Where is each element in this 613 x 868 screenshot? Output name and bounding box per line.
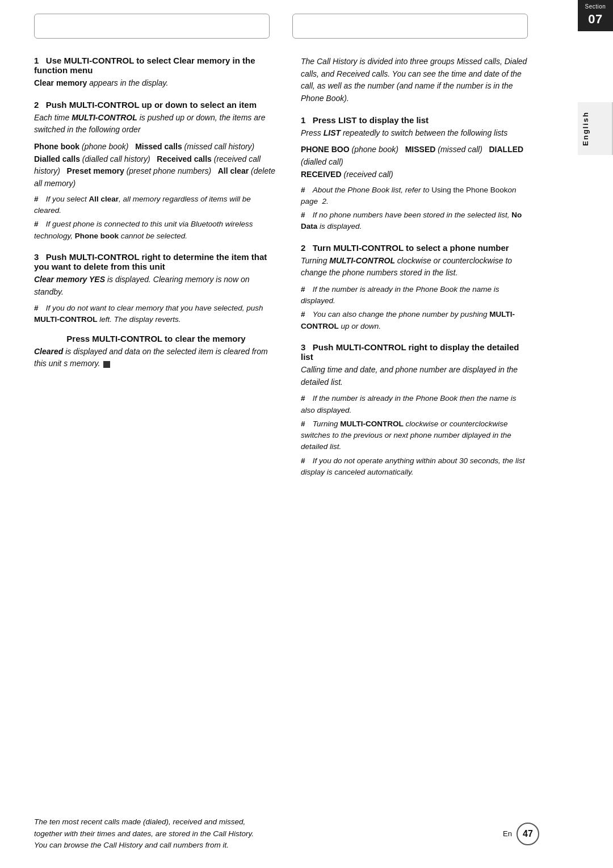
step2-intro: Each time MULTI-CONTROL is pushed up or … (34, 112, 278, 136)
right-step1-note1: # About the Phone Book list, refer to Us… (301, 184, 528, 208)
section-label: Section (578, 3, 613, 10)
right-step3-body: Calling time and date, and phone number … (301, 364, 528, 388)
right-step3-note2: # Turning MULTI-CONTROL clockwise or cou… (301, 418, 528, 453)
right-intro: The Call History is divided into three g… (301, 56, 528, 105)
step1-body: Clear memory appears in the display. (34, 77, 278, 90)
substep-body: Cleared is displayed and data on the sel… (34, 346, 278, 370)
right-step2-note1: # If the number is already in the Phone … (301, 284, 528, 307)
section-number: 07 (578, 12, 613, 27)
stop-symbol (103, 361, 110, 368)
top-inputs-row (0, 0, 573, 39)
left-column: 1 Use MULTI-CONTROL to select Clear memo… (34, 56, 295, 480)
right-step1-intro: Press LIST repeatedly to switch between … (301, 127, 528, 140)
right-step3-heading: 3 Push MULTI-CONTROL right to display th… (301, 342, 528, 362)
step3-body: Clear memory YES is displayed. Clearing … (34, 274, 278, 298)
footer-right: En 47 (503, 823, 539, 845)
step3-heading: 3 Push MULTI-CONTROL right to determine … (34, 252, 278, 271)
substep-heading: Press MULTI-CONTROL to clear the memory (34, 334, 278, 343)
en-label: En (503, 829, 512, 838)
step2-list: Phone book (phone book) Missed calls (mi… (34, 141, 278, 190)
right-step2-heading: 2 Turn MULTI-CONTROL to select a phone n… (301, 243, 528, 253)
step2-note2: # If guest phone is connected to this un… (34, 219, 278, 242)
right-column: The Call History is divided into three g… (295, 56, 528, 480)
right-step1-list: PHONE BOO (phone book) MISSED (missed ca… (301, 144, 528, 181)
page-number: 47 (517, 823, 539, 845)
right-step3-note1: # If the number is already in the Phone … (301, 393, 528, 416)
right-step2-body: Turning MULTI-CONTROL clockwise or count… (301, 255, 528, 279)
top-input-right[interactable] (292, 14, 528, 39)
top-input-left[interactable] (34, 14, 270, 39)
step2-heading: 2 Push MULTI-CONTROL up or down to selec… (34, 100, 278, 110)
step2-note1: # If you select All clear, all memory re… (34, 194, 278, 217)
right-step1-heading: 1 Press LIST to display the list (301, 115, 528, 125)
language-label: English (578, 102, 613, 155)
footer-text: The ten most recent calls made (dialed),… (34, 816, 261, 851)
step1-heading-text: 1 Use MULTI-CONTROL to select Clear memo… (34, 56, 255, 75)
right-step2-note2: # You can also change the phone number b… (301, 309, 528, 332)
main-content: 1 Use MULTI-CONTROL to select Clear memo… (0, 39, 573, 503)
right-step3-note3: # If you do not operate anything within … (301, 455, 528, 479)
step3-note: # If you do not want to clear memory tha… (34, 303, 278, 326)
right-step1-note2: # If no phone numbers have been stored i… (301, 209, 528, 233)
step1-heading: 1 Use MULTI-CONTROL to select Clear memo… (34, 56, 278, 75)
footer: The ten most recent calls made (dialed),… (0, 816, 573, 851)
section-tab: Section 07 (578, 0, 613, 31)
